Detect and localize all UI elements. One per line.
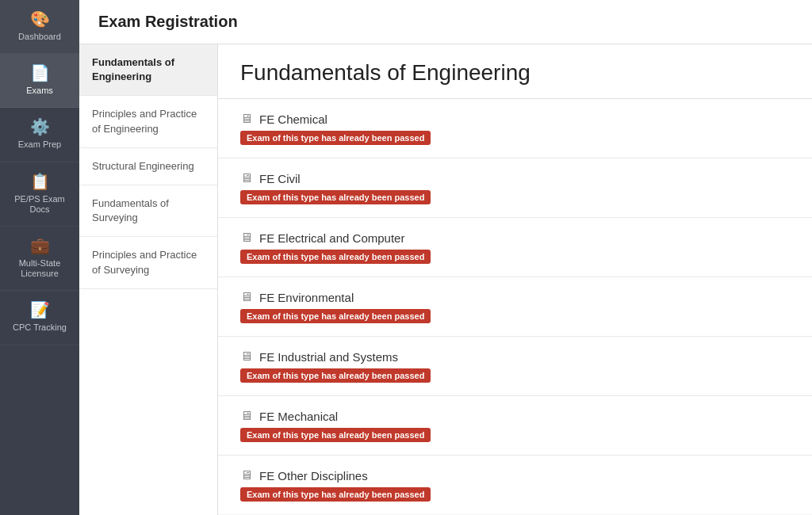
exam-name: 🖥FE Industrial and Systems [240, 349, 790, 364]
passed-badge: Exam of this type has already been passe… [240, 487, 431, 502]
left-nav-item-ppe[interactable]: Principles and Practice of Engineering [79, 96, 217, 147]
passed-badge: Exam of this type has already been passe… [240, 131, 431, 145]
cpc-icon: 📝 [30, 302, 50, 318]
pe-ps-icon: 📋 [30, 174, 50, 189]
exam-card: 🖥FE EnvironmentalExam of this type has a… [218, 277, 812, 337]
exam-name: 🖥FE Civil [240, 171, 790, 185]
sidebar-item-exams[interactable]: 📄 Exams [0, 54, 79, 108]
exam-prep-icon: ⚙️ [30, 119, 50, 135]
monitor-icon: 🖥 [240, 468, 253, 483]
main-content: Exam Registration Fundamentals of Engine… [79, 0, 812, 515]
monitor-icon: 🖥 [240, 231, 253, 245]
exam-list: 🖥FE ChemicalExam of this type has alread… [218, 99, 812, 514]
left-nav-item-pps[interactable]: Principles and Practice of Surveying [79, 237, 217, 288]
monitor-icon: 🖥 [240, 409, 253, 423]
passed-badge: Exam of this type has already been passe… [240, 250, 431, 264]
sidebar-item-exam-prep[interactable]: ⚙️ Exam Prep [0, 108, 79, 162]
monitor-icon: 🖥 [240, 290, 253, 304]
left-nav-item-se[interactable]: Structural Engineering [79, 148, 217, 185]
sidebar: 🎨 Dashboard 📄 Exams ⚙️ Exam Prep 📋 PE/PS… [0, 0, 79, 515]
dashboard-icon: 🎨 [30, 11, 50, 27]
passed-badge: Exam of this type has already been passe… [240, 368, 431, 383]
exam-card: 🖥FE Electrical and ComputerExam of this … [218, 218, 812, 277]
exam-name: 🖥FE Environmental [240, 290, 790, 304]
exam-name: 🖥FE Other Disciplines [240, 468, 790, 483]
sidebar-item-multi-state-licensure[interactable]: 💼 Multi-State Licensure [0, 227, 79, 291]
monitor-icon: 🖥 [240, 112, 253, 126]
exam-card: 🖥FE MechanicalExam of this type has alre… [218, 396, 812, 456]
content-layout: Fundamentals of Engineering Principles a… [79, 44, 812, 515]
sidebar-label-exam-prep: Exam Prep [18, 139, 61, 150]
exam-name: 🖥FE Chemical [240, 112, 790, 126]
sidebar-label-dashboard: Dashboard [18, 32, 61, 42]
monitor-icon: 🖥 [240, 171, 253, 185]
sidebar-item-dashboard[interactable]: 🎨 Dashboard [0, 0, 79, 54]
left-nav-item-fe[interactable]: Fundamentals of Engineering [79, 44, 217, 96]
page-title: Exam Registration [98, 13, 793, 31]
exam-name: 🖥FE Mechanical [240, 409, 790, 423]
left-nav-item-fs[interactable]: Fundamentals of Surveying [79, 185, 217, 237]
sidebar-label-multi-state: Multi-State Licensure [6, 258, 73, 279]
page-header: Exam Registration [79, 0, 812, 44]
right-panel: Fundamentals of Engineering 🖥FE Chemical… [218, 44, 812, 515]
exam-card: 🖥FE ChemicalExam of this type has alread… [218, 99, 812, 158]
sidebar-label-cpc: CPC Tracking [13, 322, 67, 333]
exam-name: 🖥FE Electrical and Computer [240, 231, 790, 245]
sidebar-item-cpc-tracking[interactable]: 📝 CPC Tracking [0, 291, 79, 345]
exams-icon: 📄 [30, 65, 50, 81]
passed-badge: Exam of this type has already been passe… [240, 428, 431, 442]
left-nav: Fundamentals of Engineering Principles a… [79, 44, 218, 515]
passed-badge: Exam of this type has already been passe… [240, 309, 431, 323]
exam-card: 🖥FE CivilExam of this type has already b… [218, 158, 812, 218]
section-title: Fundamentals of Engineering [218, 44, 812, 99]
monitor-icon: 🖥 [240, 349, 253, 364]
passed-badge: Exam of this type has already been passe… [240, 190, 431, 204]
sidebar-label-pe-ps: PE/PS Exam Docs [6, 194, 73, 215]
sidebar-item-pe-ps-exam-docs[interactable]: 📋 PE/PS Exam Docs [0, 162, 79, 227]
exam-card: 🖥FE Industrial and SystemsExam of this t… [218, 337, 812, 396]
multi-state-icon: 💼 [30, 238, 50, 254]
sidebar-label-exams: Exams [26, 86, 53, 96]
exam-card: 🖥FE Other DisciplinesExam of this type h… [218, 456, 812, 514]
